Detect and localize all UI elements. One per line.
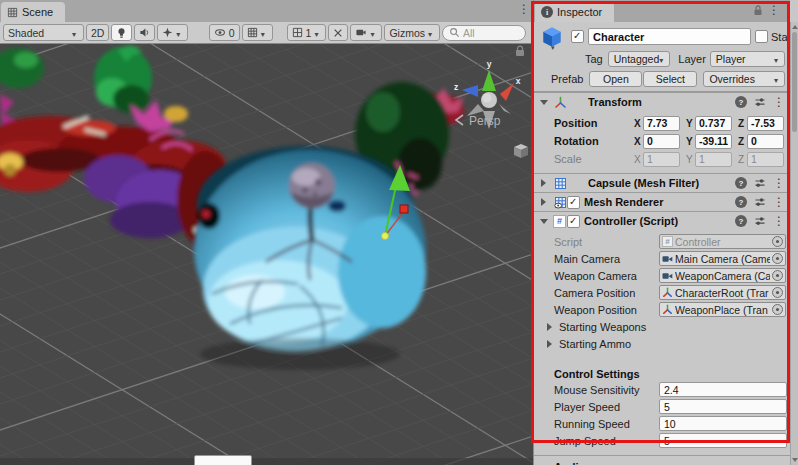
presets-icon[interactable] [754, 196, 766, 208]
presets-icon[interactable] [754, 215, 766, 227]
rotation-y-input[interactable] [695, 134, 732, 149]
foldout-closed-icon[interactable] [541, 179, 546, 187]
blue-creature-mesh[interactable] [194, 146, 426, 370]
kebab-menu-icon[interactable] [773, 214, 785, 228]
kebab-menu-icon[interactable] [773, 95, 785, 109]
audio-section-header[interactable]: Audio [534, 455, 790, 465]
grid-snap-dropdown[interactable]: 1 [287, 24, 327, 41]
gizmos-label: Gizmos [389, 27, 425, 39]
snap-toggle[interactable] [328, 24, 348, 41]
scene-panel-menu-icon[interactable] [518, 2, 528, 18]
transform-header[interactable]: Transform ? [534, 92, 790, 111]
scene-search-field[interactable] [442, 25, 526, 41]
scroll-up-icon[interactable] [792, 25, 798, 29]
help-icon[interactable]: ? [735, 177, 747, 189]
scale-x-input[interactable] [643, 152, 680, 167]
lighting-toggle[interactable] [111, 24, 132, 41]
snap-value-label: 1 [306, 27, 312, 39]
main-camera-object-field[interactable]: Main Camera (Came [659, 251, 786, 266]
position-y-input[interactable] [695, 116, 732, 131]
scene-search-input[interactable] [463, 27, 519, 39]
weapon-camera-object-field[interactable]: WeaponCamera (Ca [659, 268, 786, 283]
rotation-row: Rotation X Y Z [534, 132, 790, 150]
gizmo-center[interactable] [382, 233, 389, 240]
jump-speed-input[interactable] [659, 433, 787, 448]
controller-enabled-checkbox[interactable] [567, 215, 580, 228]
2d-toggle[interactable]: 2D [86, 24, 109, 41]
starting-ammo-foldout[interactable]: Starting Ammo [534, 335, 790, 352]
foldout-open-icon[interactable] [540, 100, 548, 105]
inspector-scrollbar[interactable] [790, 22, 798, 465]
mesh-filter-header[interactable]: Capsule (Mesh Filter) ? [534, 173, 790, 192]
scale-z-input[interactable] [747, 152, 784, 167]
mesh-renderer-enabled-checkbox[interactable] [567, 196, 580, 209]
kebab-menu-icon[interactable] [773, 195, 785, 209]
audio-title: Audio [554, 461, 585, 465]
effects-dropdown[interactable] [157, 24, 188, 41]
starting-weapons-foldout[interactable]: Starting Weapons [534, 318, 790, 335]
scene-viewport[interactable]: y x z Persp [0, 44, 533, 465]
object-picker-icon[interactable] [772, 236, 783, 247]
axis-z-label: z [454, 82, 458, 92]
draw-mode-dropdown[interactable]: Shaded [3, 24, 84, 41]
script-object-field[interactable]: # Controller [659, 234, 786, 249]
object-picker-icon[interactable] [772, 304, 783, 315]
presets-icon[interactable] [754, 96, 766, 108]
mesh-renderer-header[interactable]: Mesh Renderer ? [534, 192, 790, 211]
scroll-down-icon[interactable] [792, 458, 798, 462]
prefab-open-button[interactable]: Open [589, 71, 642, 87]
weapon-position-object-field[interactable]: WeaponPlace (Tran [659, 302, 786, 317]
mouse-sensitivity-input[interactable] [659, 382, 787, 397]
inspector-menu-icon[interactable] [768, 3, 780, 17]
audio-field-partial[interactable] [194, 455, 252, 465]
scale-label: Scale [554, 153, 634, 165]
help-icon[interactable]: ? [735, 215, 747, 227]
eye-icon [214, 27, 226, 38]
scrollbar-thumb[interactable] [792, 32, 797, 132]
controller-script-header[interactable]: # Controller (Script) ? [534, 211, 790, 230]
draw-mode-label: Shaded [8, 27, 44, 39]
gameobject-name-input[interactable] [588, 28, 751, 45]
tag-dropdown[interactable]: Untagged [608, 51, 671, 67]
foldout-closed-icon[interactable] [541, 198, 546, 206]
position-x-input[interactable] [643, 116, 680, 131]
tab-inspector[interactable]: i Inspector [535, 2, 614, 22]
running-speed-input[interactable] [659, 416, 787, 431]
rotation-z-input[interactable] [747, 134, 784, 149]
help-icon[interactable]: ? [735, 96, 747, 108]
object-picker-icon[interactable] [772, 270, 783, 281]
gizmo-x-cone[interactable] [500, 83, 514, 101]
rotation-x-input[interactable] [643, 134, 680, 149]
kebab-menu-icon[interactable] [773, 176, 785, 190]
foldout-open-icon[interactable] [540, 219, 548, 224]
camera-position-object-field[interactable]: CharacterRoot (Trar [659, 285, 786, 300]
gizmos-dropdown[interactable]: Gizmos [384, 24, 440, 41]
speaker-icon [139, 27, 150, 38]
grid-visibility-dropdown[interactable] [242, 24, 273, 41]
audio-toggle[interactable] [134, 24, 155, 41]
gameobject-icon[interactable] [540, 25, 567, 49]
presets-icon[interactable] [754, 177, 766, 189]
object-picker-icon[interactable] [772, 253, 783, 264]
help-icon[interactable]: ? [735, 196, 747, 208]
lock-icon[interactable] [752, 4, 764, 19]
running-speed-row: Running Speed [534, 415, 790, 432]
active-checkbox[interactable] [571, 30, 584, 43]
scene-lock-icon[interactable] [516, 46, 524, 56]
layer-dropdown[interactable]: Player [710, 51, 785, 67]
static-checkbox[interactable] [755, 30, 768, 43]
gizmo-x-handle[interactable] [400, 205, 408, 213]
scale-y-input[interactable] [695, 152, 732, 167]
camera-settings-dropdown[interactable] [350, 24, 382, 41]
gizmo-y-cone[interactable] [482, 70, 496, 91]
effects-sparkle-icon [162, 27, 173, 38]
position-z-input[interactable] [747, 116, 784, 131]
object-picker-icon[interactable] [772, 287, 783, 298]
tab-scene[interactable]: Scene [1, 2, 65, 22]
scene-visibility-toggle[interactable]: 0 [209, 24, 240, 41]
player-speed-input[interactable] [659, 399, 787, 414]
mesh-renderer-icon [553, 195, 567, 209]
scene-tab-strip: Scene [0, 0, 533, 22]
prefab-select-button[interactable]: Select [643, 71, 697, 87]
prefab-overrides-dropdown[interactable]: Overrides [703, 71, 785, 87]
